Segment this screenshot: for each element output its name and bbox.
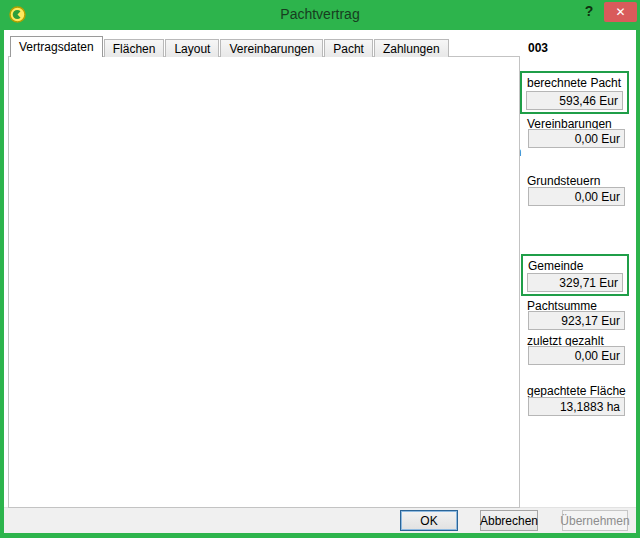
grundsteuern-label: Grundsteuern bbox=[527, 175, 600, 187]
gepachtete-flaeche-label: gepachtete Fläche bbox=[527, 385, 626, 397]
gemeinde-field: 329,71 Eur bbox=[527, 273, 623, 292]
tab-vereinbarungen[interactable]: Vereinbarungen bbox=[220, 39, 323, 57]
abbrechen-button[interactable]: Abbrechen bbox=[480, 510, 538, 531]
gemeinde-label: Gemeinde bbox=[528, 260, 583, 272]
tab-flaechen[interactable]: Flächen bbox=[104, 39, 165, 57]
zuletzt-gezahlt-field: 0,00 Eur bbox=[528, 346, 625, 365]
close-button[interactable]: ✕ bbox=[604, 2, 637, 22]
tab-pacht[interactable]: Pacht bbox=[324, 39, 373, 57]
pachtsumme-field: 923,17 Eur bbox=[528, 311, 625, 330]
ok-button[interactable]: OK bbox=[400, 510, 458, 531]
footer-bar bbox=[4, 507, 636, 533]
pachtvertrag-window: Pachtvertrag ? ✕ Vertragsdaten Flächen L… bbox=[0, 0, 640, 538]
uebernehmen-button[interactable]: Übernehmen bbox=[562, 510, 628, 531]
tab-zahlungen[interactable]: Zahlungen bbox=[374, 39, 449, 57]
record-number: 003 bbox=[528, 42, 548, 54]
grundsteuern-field: 0,00 Eur bbox=[528, 187, 625, 206]
dialog-client-area: Vertragsdaten Flächen Layout Vereinbarun… bbox=[4, 30, 636, 533]
help-button[interactable]: ? bbox=[580, 3, 598, 23]
gemeinde-highlight: Gemeinde 329,71 Eur bbox=[521, 254, 629, 296]
berechnete-pacht-highlight: berechnete Pacht 593,46 Eur bbox=[520, 71, 629, 114]
tab-layout[interactable]: Layout bbox=[165, 39, 219, 57]
window-title: Pachtvertrag bbox=[0, 6, 640, 22]
vereinbarungen-field: 0,00 Eur bbox=[528, 129, 625, 148]
tab-vertragsdaten[interactable]: Vertragsdaten bbox=[10, 36, 103, 57]
gepachtete-flaeche-field: 13,1883 ha bbox=[528, 397, 625, 416]
tab-bar: Vertragsdaten Flächen Layout Vereinbarun… bbox=[10, 36, 450, 57]
tab-page bbox=[8, 56, 520, 508]
berechnete-pacht-label: berechnete Pacht bbox=[527, 77, 621, 89]
titlebar: Pachtvertrag ? ✕ bbox=[0, 0, 640, 30]
berechnete-pacht-field: 593,46 Eur bbox=[526, 91, 623, 110]
close-icon: ✕ bbox=[615, 5, 625, 19]
